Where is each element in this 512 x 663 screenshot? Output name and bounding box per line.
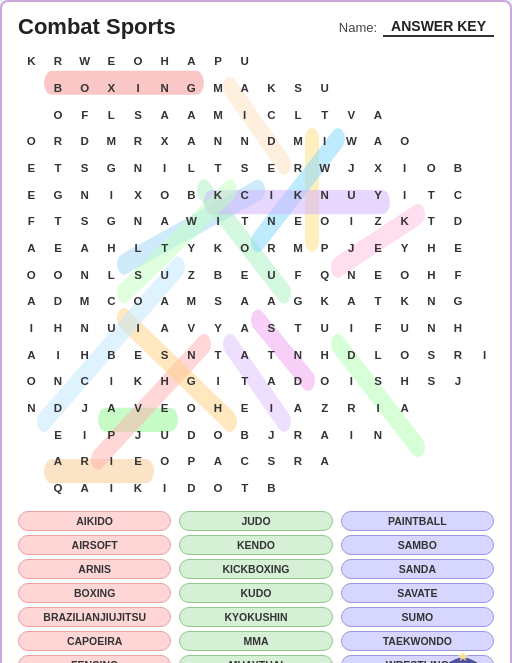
grid-cell: N	[45, 368, 72, 395]
logo: Word Search Wizard	[428, 636, 498, 663]
grid-cell: M	[98, 128, 125, 155]
grid-cell	[285, 48, 312, 75]
grid-cell: I	[125, 315, 152, 342]
grid-cell: P	[205, 48, 232, 75]
grid-cell: I	[311, 128, 338, 155]
grid-cell: A	[311, 421, 338, 448]
grid-cell: I	[258, 395, 285, 422]
grid-cell	[391, 475, 418, 502]
grid-cell: I	[71, 421, 98, 448]
grid-cell: A	[178, 128, 205, 155]
grid-cell: D	[178, 475, 205, 502]
grid-cell: A	[311, 448, 338, 475]
grid-cell: D	[285, 368, 312, 395]
grid-cell: M	[178, 288, 205, 315]
grid-cell: C	[71, 368, 98, 395]
grid-cell: F	[18, 208, 45, 235]
grid-cell: S	[71, 155, 98, 182]
grid-cell: L	[125, 235, 152, 262]
grid-cell	[471, 235, 498, 262]
grid-cell: B	[231, 421, 258, 448]
word-badge: FENCING	[18, 655, 171, 663]
grid-cell: O	[18, 261, 45, 288]
grid-cell: S	[231, 155, 258, 182]
grid-cell	[418, 448, 445, 475]
grid-cell: A	[178, 101, 205, 128]
grid-cell	[471, 395, 498, 422]
page-title: Combat Sports	[18, 14, 176, 40]
grid-cell: I	[365, 395, 392, 422]
grid-cell: O	[151, 181, 178, 208]
grid-cell: N	[285, 341, 312, 368]
grid-cell	[471, 208, 498, 235]
grid-cell: H	[418, 261, 445, 288]
grid-cell: V	[338, 101, 365, 128]
grid-cell: D	[45, 288, 72, 315]
word-search-grid: KRWEOHAPUBOXINGMAKSUOFLSAAMICLTVAORDMRXA…	[18, 48, 498, 501]
grid-cell	[471, 368, 498, 395]
grid-cell: U	[151, 421, 178, 448]
grid-cell: Y	[178, 235, 205, 262]
grid-cell: J	[258, 421, 285, 448]
grid-cell: Q	[45, 475, 72, 502]
grid-cell: S	[418, 368, 445, 395]
grid-cell	[471, 48, 498, 75]
grid-cell: I	[338, 421, 365, 448]
word-badge: AIRSOFT	[18, 535, 171, 555]
grid-cell: M	[285, 235, 312, 262]
grid-cell: R	[445, 341, 472, 368]
grid-cell: W	[311, 155, 338, 182]
grid-cell: R	[338, 395, 365, 422]
grid-cell: E	[258, 155, 285, 182]
grid-cell	[445, 128, 472, 155]
grid-cell: E	[285, 208, 312, 235]
grid-cell: A	[338, 288, 365, 315]
grid-cell: A	[231, 288, 258, 315]
grid-cell: E	[125, 448, 152, 475]
grid-cell: O	[45, 261, 72, 288]
grid-cell: N	[151, 75, 178, 102]
grid-cell: E	[231, 395, 258, 422]
grid-cell: D	[45, 395, 72, 422]
grid-cell: H	[98, 235, 125, 262]
grid-cell: I	[205, 208, 232, 235]
word-badge: KENDO	[179, 535, 332, 555]
grid-cell: C	[231, 448, 258, 475]
grid-cell: T	[205, 341, 232, 368]
grid-cell: N	[71, 181, 98, 208]
grid-cell: K	[311, 288, 338, 315]
grid-cell	[311, 48, 338, 75]
grid-cell: N	[205, 128, 232, 155]
grid-cell: J	[338, 155, 365, 182]
grid-cell: I	[125, 75, 152, 102]
grid-cell	[18, 75, 45, 102]
grid-cell: A	[71, 475, 98, 502]
grid-cell: U	[98, 315, 125, 342]
grid-cell: W	[178, 208, 205, 235]
grid-cell: Z	[311, 395, 338, 422]
grid-cell	[418, 475, 445, 502]
grid-cell: E	[231, 261, 258, 288]
grid-cell: S	[365, 368, 392, 395]
grid-cell: A	[151, 101, 178, 128]
grid-cell	[471, 421, 498, 448]
grid-cell: L	[98, 261, 125, 288]
word-badge: ARNIS	[18, 559, 171, 579]
grid-cell: N	[125, 208, 152, 235]
grid-cell: D	[71, 128, 98, 155]
grid-cell: E	[18, 181, 45, 208]
grid-cell: A	[285, 395, 312, 422]
word-badge: MMA	[179, 631, 332, 651]
grid-cell: L	[98, 101, 125, 128]
grid-cell: A	[151, 315, 178, 342]
grid-cell: N	[125, 155, 152, 182]
grid-cell: H	[418, 235, 445, 262]
grid-cell: N	[418, 288, 445, 315]
grid-cell	[445, 448, 472, 475]
word-search-grid-container: KRWEOHAPUBOXINGMAKSUOFLSAAMICLTVAORDMRXA…	[18, 48, 498, 501]
grid-cell: X	[98, 75, 125, 102]
grid-cell: R	[285, 448, 312, 475]
grid-cell	[471, 288, 498, 315]
grid-cell: O	[18, 128, 45, 155]
grid-cell: C	[231, 181, 258, 208]
